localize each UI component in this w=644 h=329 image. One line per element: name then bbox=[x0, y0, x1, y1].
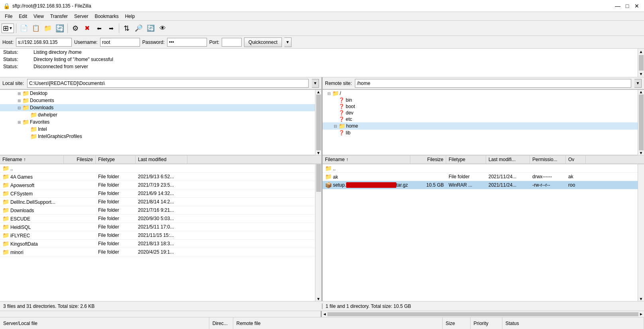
expander-root[interactable]: ⊟ bbox=[326, 91, 332, 96]
menu-transfer[interactable]: Transfer bbox=[47, 13, 71, 20]
local-file-row-escude[interactable]: 📁ESCUDE File folder 2020/9/30 5:03... bbox=[0, 215, 321, 223]
local-file-row-downloads[interactable]: 📁Downloads File folder 2021/7/16 9:21... bbox=[0, 206, 321, 215]
remote-hscroll[interactable]: ◄ ► bbox=[322, 311, 644, 317]
toolbar-search-btn[interactable]: 🔎 bbox=[133, 23, 144, 34]
expander-intel[interactable] bbox=[24, 127, 30, 132]
remote-file-row-ak[interactable]: 📁ak File folder 2021/11/24... drwx------… bbox=[323, 173, 644, 181]
quickconnect-button[interactable]: Quickconnect bbox=[244, 37, 282, 47]
expander-intgfx[interactable] bbox=[24, 134, 30, 139]
local-tree-item-intgfx[interactable]: 📁 IntelGraphicsProfiles bbox=[0, 133, 321, 140]
remote-tree-scroll-down[interactable]: ▼ bbox=[639, 151, 643, 155]
local-col-modified[interactable]: Last modified bbox=[136, 156, 187, 164]
expander-downloads[interactable]: ⊟ bbox=[16, 106, 22, 110]
toolbar-filter-btn[interactable]: ⇅ bbox=[121, 23, 132, 34]
remote-tree-item-home[interactable]: ⊟ 📁 home bbox=[323, 122, 644, 130]
remote-col-filesize[interactable]: Filesize bbox=[410, 156, 446, 164]
toolbar-disconnect-btn[interactable]: ⬅ bbox=[94, 23, 105, 34]
remote-tree-item-bin[interactable]: ❓ bin bbox=[323, 97, 644, 103]
expander-home[interactable]: ⊟ bbox=[332, 124, 339, 128]
password-input[interactable] bbox=[167, 38, 207, 47]
menu-bookmarks[interactable]: Bookmarks bbox=[91, 13, 122, 20]
toolbar-open-btn[interactable]: 📄 bbox=[18, 23, 30, 34]
local-file-row-iflyrec[interactable]: 📁iFLYREC File folder 2021/11/15 15:... bbox=[0, 231, 321, 240]
local-col-filesize[interactable]: Filesize bbox=[64, 156, 96, 164]
local-tree-item-intel[interactable]: 📁 Intel bbox=[0, 126, 321, 133]
local-tree-item-desktop[interactable]: ⊞ 📁 Desktop bbox=[0, 90, 321, 97]
hscroll-left-arrow[interactable]: ◄ bbox=[323, 312, 327, 316]
local-file-row-apowersoft[interactable]: 📁Apowersoft File folder 2021/7/19 23:5..… bbox=[0, 181, 321, 189]
local-site-dropdown[interactable]: ▼ bbox=[312, 79, 319, 88]
toolbar-copy-btn[interactable]: 📋 bbox=[30, 23, 41, 34]
remote-col-owner[interactable]: Ov bbox=[566, 156, 586, 164]
close-button[interactable]: ✕ bbox=[633, 2, 641, 10]
local-col-filename[interactable]: Filename ↑ bbox=[0, 156, 64, 164]
remote-site-dropdown[interactable]: ▼ bbox=[634, 79, 642, 88]
remote-file-row-parent[interactable]: 📁.. bbox=[323, 164, 644, 173]
local-tree-item-documents[interactable]: ⊞ 📁 Documents bbox=[0, 97, 321, 104]
remote-file-scroll-down[interactable]: ▼ bbox=[639, 297, 643, 301]
remote-col-filetype[interactable]: Filetype bbox=[446, 156, 486, 164]
toolbar-cancel-btn[interactable]: ✖ bbox=[82, 23, 93, 34]
local-file-row-4agames[interactable]: 📁4A Games File folder 2021/9/13 6:52... bbox=[0, 173, 321, 181]
scroll-down-arrow[interactable]: ▼ bbox=[638, 71, 644, 77]
local-tree-scroll-down[interactable]: ▼ bbox=[317, 151, 321, 155]
local-tree-scrollbar[interactable]: ▲ ▼ bbox=[315, 90, 321, 155]
username-input[interactable] bbox=[100, 38, 140, 47]
remote-file-scrollbar[interactable]: ▲ ▼ bbox=[638, 156, 644, 301]
quickconnect-dropdown[interactable]: ▼ bbox=[284, 37, 291, 47]
local-file-scrollbar[interactable]: ▲ ▼ bbox=[315, 156, 321, 301]
local-col-filetype[interactable]: Filetype bbox=[96, 156, 136, 164]
port-input[interactable] bbox=[222, 38, 242, 47]
remote-tree-item-boot[interactable]: ❓ boot bbox=[323, 103, 644, 110]
minimize-button[interactable]: — bbox=[614, 2, 622, 10]
remote-tree-item-dev[interactable]: ❓ dev bbox=[323, 110, 644, 116]
expander-desktop[interactable]: ⊞ bbox=[16, 91, 22, 96]
toolbar-view-btn[interactable]: 👁 bbox=[157, 23, 168, 34]
expander-boot[interactable] bbox=[332, 104, 339, 109]
local-tree-item-dwhelper[interactable]: 📁 dwhelper bbox=[0, 111, 321, 118]
expander-dwhelper[interactable] bbox=[24, 113, 30, 117]
status-scrollbar[interactable]: ▲ ▼ bbox=[638, 49, 644, 77]
menu-edit[interactable]: Edit bbox=[16, 13, 30, 20]
local-site-path[interactable] bbox=[27, 79, 309, 88]
remote-hscrollbar[interactable]: ◄ ► bbox=[0, 311, 644, 317]
remote-tree-item-etc[interactable]: ❓ etc bbox=[323, 116, 644, 122]
remote-file-row-setup[interactable]: 📦 setup. tar.gz 10.5 GB WinRAR ... 2021/… bbox=[323, 181, 644, 189]
menu-view[interactable]: View bbox=[30, 13, 47, 20]
local-file-scroll-down[interactable]: ▼ bbox=[317, 297, 321, 301]
expander-lib[interactable] bbox=[332, 131, 339, 135]
expander-documents[interactable]: ⊞ bbox=[16, 99, 22, 103]
remote-col-filename[interactable]: Filename ↑ bbox=[323, 156, 410, 164]
menu-help[interactable]: Help bbox=[122, 13, 138, 20]
local-file-row-cfsystem[interactable]: 📁CFSystem File folder 2021/6/9 14:32... bbox=[0, 189, 321, 198]
local-tree-item-downloads[interactable]: ⊟ 📁 Downloads bbox=[0, 104, 321, 111]
remote-col-permissions[interactable]: Permissio... bbox=[530, 156, 566, 164]
host-input[interactable] bbox=[16, 38, 72, 47]
toolbar-sync-btn[interactable]: 🔄 bbox=[145, 23, 156, 34]
expander-dev[interactable] bbox=[332, 111, 339, 115]
remote-tree-item-lib[interactable]: ❓ lib bbox=[323, 130, 644, 136]
menu-file[interactable]: File bbox=[2, 13, 16, 20]
local-tree-scroll-up[interactable]: ▲ bbox=[317, 90, 321, 94]
local-file-row-parent[interactable]: 📁.. bbox=[0, 164, 321, 173]
expander-bin[interactable] bbox=[332, 98, 339, 102]
hscroll-right-arrow[interactable]: ► bbox=[639, 312, 643, 316]
toolbar-process-queue-btn[interactable]: ⚙ bbox=[70, 23, 81, 34]
local-file-row-dell[interactable]: 📁DellInc.DellSupport... File folder 2021… bbox=[0, 198, 321, 206]
expander-favorites[interactable]: ⊞ bbox=[16, 120, 22, 124]
toolbar-reconnect-btn[interactable]: ➡ bbox=[106, 23, 117, 34]
local-file-row-kingsoft[interactable]: 📁KingsoftData File folder 2021/8/13 18:3… bbox=[0, 240, 321, 248]
site-manager-dropdown[interactable]: ⊞ ▼ bbox=[2, 24, 14, 33]
local-tree-item-favorites[interactable]: ⊞ 📁 Favorites bbox=[0, 118, 321, 126]
local-file-row-heidisql[interactable]: 📁HeidiSQL File folder 2021/5/11 17:0... bbox=[0, 223, 321, 231]
remote-site-path[interactable] bbox=[355, 79, 631, 88]
expander-etc[interactable] bbox=[332, 117, 339, 122]
maximize-button[interactable]: □ bbox=[623, 2, 631, 10]
remote-tree-scrollbar[interactable]: ▲ ▼ bbox=[638, 90, 644, 155]
toolbar-refresh-btn[interactable]: 🔄 bbox=[54, 23, 65, 34]
menu-server[interactable]: Server bbox=[71, 13, 91, 20]
remote-tree-item-root[interactable]: ⊟ 📁 / bbox=[323, 90, 644, 97]
remote-tree-scroll-up[interactable]: ▲ bbox=[639, 90, 643, 94]
local-file-row-minori[interactable]: 📁minori File folder 2020/4/25 19:1... bbox=[0, 248, 321, 256]
toolbar-paste-btn[interactable]: 📁 bbox=[42, 23, 53, 34]
